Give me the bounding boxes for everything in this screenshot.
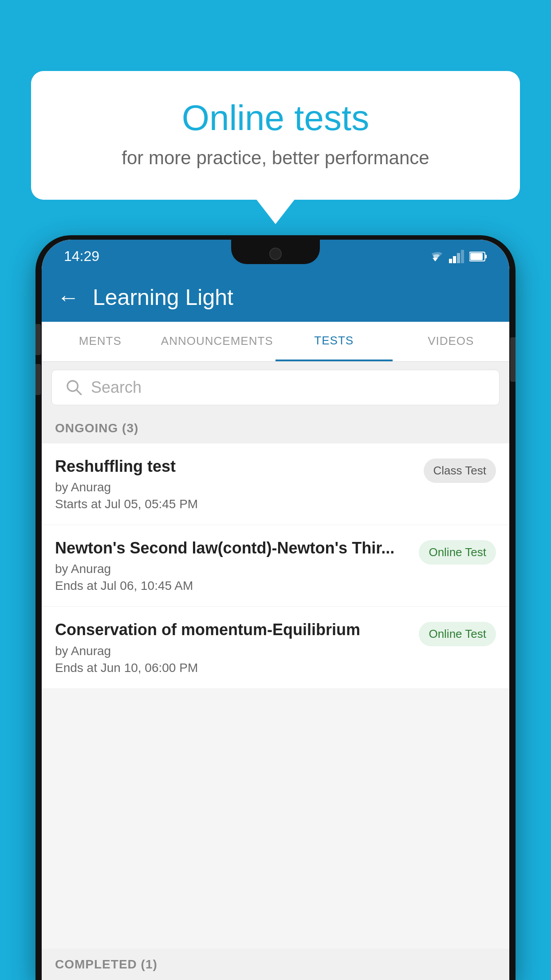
test-author: by Anurag [55,480,415,494]
search-icon [65,379,83,396]
svg-rect-4 [461,250,464,263]
test-date: Ends at Jul 06, 10:45 AM [55,579,410,593]
tab-videos[interactable]: VIDEOS [393,322,510,361]
tab-tests[interactable]: TESTS [276,322,393,361]
test-date: Starts at Jul 05, 05:45 PM [55,497,415,511]
app-title: Learning Light [93,285,233,310]
status-icons [427,250,487,263]
test-name: Conservation of momentum-Equilibrium [55,620,410,639]
tab-announcements[interactable]: ANNOUNCEMENTS [159,322,276,361]
speech-bubble: Online tests for more practice, better p… [31,71,520,200]
tab-assignments[interactable]: MENTS [42,322,159,361]
status-time: 14:29 [64,248,99,265]
status-bar: 14:29 [42,240,509,273]
svg-rect-2 [453,256,456,263]
test-name: Newton's Second law(contd)-Newton's Thir… [55,538,410,557]
notch [231,240,320,264]
test-info: Newton's Second law(contd)-Newton's Thir… [55,538,410,593]
test-name: Reshuffling test [55,457,415,476]
svg-line-9 [76,390,82,395]
test-info: Reshuffling test by Anurag Starts at Jul… [55,457,415,511]
test-date: Ends at Jun 10, 06:00 PM [55,661,410,675]
volume-down-button [35,364,41,395]
battery-icon [469,251,487,262]
test-badge-online-test: Online Test [419,540,496,565]
test-badge-class-test: Class Test [424,458,496,483]
back-button[interactable]: ← [57,285,79,310]
svg-rect-6 [485,255,487,258]
search-input[interactable]: Search [51,370,500,405]
volume-up-button [35,324,41,355]
tabs-bar: MENTS ANNOUNCEMENTS TESTS VIDEOS [42,322,509,362]
test-author: by Anurag [55,644,410,658]
test-author: by Anurag [55,562,410,576]
camera-dot [269,248,282,260]
test-badge-online-test-2: Online Test [419,622,496,646]
svg-rect-3 [457,253,460,263]
test-list: Reshuffling test by Anurag Starts at Jul… [42,443,509,689]
signal-icon [449,250,464,263]
svg-point-8 [67,381,78,391]
phone-screen: 14:29 [42,240,509,980]
bubble-subtitle: for more practice, better performance [53,147,498,169]
ongoing-section-header: ONGOING (3) [42,413,509,443]
phone-frame: 14:29 [35,235,516,980]
search-container: Search [42,362,509,413]
app-bar: ← Learning Light [42,273,509,322]
completed-section-header: COMPLETED (1) [42,949,509,980]
test-item[interactable]: Reshuffling test by Anurag Starts at Jul… [42,443,509,525]
bubble-title: Online tests [53,98,498,138]
svg-rect-7 [470,253,483,260]
power-button [510,337,516,382]
test-item[interactable]: Newton's Second law(contd)-Newton's Thir… [42,525,509,607]
test-info: Conservation of momentum-Equilibrium by … [55,620,410,675]
search-placeholder-text: Search [91,378,142,397]
svg-rect-1 [449,259,452,263]
test-item[interactable]: Conservation of momentum-Equilibrium by … [42,607,509,688]
wifi-icon [427,250,444,263]
